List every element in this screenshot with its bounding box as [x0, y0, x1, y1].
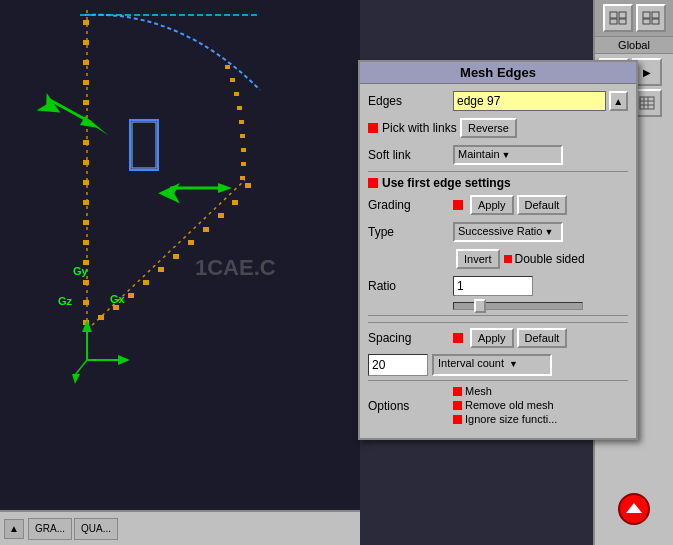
spacing-row: Spacing Apply Default — [368, 327, 628, 349]
svg-rect-16 — [83, 220, 89, 225]
svg-rect-28 — [188, 240, 194, 245]
use-first-edge-header: Use first edge settings — [368, 176, 628, 190]
tab-gra[interactable]: GRA... — [28, 518, 72, 540]
interval-count-dropdown[interactable]: Interval count ▼ — [432, 354, 552, 376]
successive-ratio-dropdown[interactable]: Successive Ratio▼ — [453, 222, 563, 242]
svg-rect-34 — [230, 78, 235, 82]
svg-rect-53 — [610, 12, 617, 18]
svg-rect-25 — [143, 280, 149, 285]
svg-rect-22 — [98, 315, 104, 320]
interval-row: Interval count ▼ — [368, 354, 628, 376]
svg-rect-24 — [128, 293, 134, 298]
svg-rect-9 — [83, 80, 89, 85]
options-section: Options Mesh Remove old mesh Ignore s — [368, 385, 628, 427]
dialog-body: Edges ▲ Pick with links Reverse Soft lin… — [360, 84, 636, 438]
maintain-dropdown[interactable]: Maintain▼ — [453, 145, 563, 165]
ratio-slider-thumb[interactable] — [474, 299, 486, 313]
pick-links-flag — [368, 123, 378, 133]
global-btn-2[interactable] — [636, 4, 666, 32]
divider-3 — [368, 380, 628, 381]
svg-rect-57 — [643, 12, 650, 18]
type-row: Type Successive Ratio▼ — [368, 221, 628, 243]
ratio-label: Ratio — [368, 279, 453, 293]
svg-rect-29 — [203, 227, 209, 232]
red-circle — [618, 493, 650, 525]
spacing-apply-button[interactable]: Apply — [470, 328, 514, 348]
mesh-edges-dialog: Mesh Edges Edges ▲ Pick with links Rever… — [358, 60, 638, 440]
soft-link-row: Soft link Maintain▼ — [368, 144, 628, 166]
svg-rect-7 — [83, 40, 89, 45]
ignore-size-label: Ignore size functi... — [465, 413, 557, 425]
svg-rect-40 — [241, 162, 246, 166]
edges-input[interactable] — [453, 91, 606, 111]
svg-rect-17 — [83, 240, 89, 245]
svg-rect-56 — [619, 19, 626, 24]
svg-rect-8 — [83, 60, 89, 65]
invert-row: Invert Double sided — [368, 248, 628, 270]
pick-links-row: Pick with links Reverse — [368, 117, 628, 139]
mesh-option-label: Mesh — [465, 385, 492, 397]
svg-rect-20 — [83, 300, 89, 305]
mesh-icon-2 — [639, 96, 655, 110]
double-sided-flag — [504, 255, 512, 263]
global-text-label: Global — [595, 37, 673, 54]
coord-z: Gz — [58, 295, 72, 307]
mesh-option-row: Mesh — [453, 385, 557, 397]
grading-default-button[interactable]: Default — [517, 195, 568, 215]
arrow-label: ▶ — [643, 67, 651, 78]
options-label: Options — [368, 399, 453, 413]
interval-input[interactable] — [368, 354, 428, 376]
reverse-button[interactable]: Reverse — [460, 118, 517, 138]
spacing-label: Spacing — [368, 331, 453, 345]
grading-row: Grading Apply Default — [368, 194, 628, 216]
svg-rect-15 — [83, 200, 89, 205]
coord-y: Gy — [73, 265, 88, 277]
ignore-size-row: Ignore size functi... — [453, 413, 557, 425]
svg-rect-54 — [619, 12, 626, 18]
bottom-bar: ▲ GRA... QUA... — [0, 510, 360, 545]
options-checkboxes: Mesh Remove old mesh Ignore size functi.… — [453, 385, 557, 427]
svg-rect-41 — [240, 176, 245, 180]
svg-rect-55 — [610, 19, 617, 24]
green-arrow-2: ➤ — [158, 178, 181, 211]
interval-dropdown-arrow: ▼ — [509, 359, 518, 369]
svg-rect-66 — [640, 97, 654, 109]
grid-icon — [609, 11, 627, 25]
grading-flag — [453, 200, 463, 210]
svg-rect-12 — [83, 140, 89, 145]
remove-mesh-row: Remove old mesh — [453, 399, 557, 411]
tab-qua[interactable]: QUA... — [74, 518, 118, 540]
global-btn-1[interactable] — [603, 4, 633, 32]
svg-rect-60 — [652, 19, 659, 24]
ratio-slider-row — [453, 302, 628, 310]
svg-rect-0 — [0, 0, 360, 510]
scroll-up-button[interactable]: ▲ — [4, 519, 24, 539]
coord-x: Gx — [110, 293, 125, 305]
svg-rect-31 — [232, 200, 238, 205]
svg-rect-59 — [643, 19, 650, 24]
ratio-slider-track[interactable] — [453, 302, 583, 310]
svg-rect-58 — [652, 12, 659, 18]
ratio-input[interactable] — [453, 276, 533, 296]
svg-rect-19 — [83, 280, 89, 285]
cad-viewport: Gy Gz Gx 1CAE.C ➤ ➤ — [0, 0, 360, 510]
grading-label: Grading — [368, 198, 453, 212]
grading-apply-button[interactable]: Apply — [470, 195, 514, 215]
mesh-flag — [453, 387, 462, 396]
spacing-section: Spacing Apply Default Interval count ▼ — [368, 322, 628, 376]
dialog-title: Mesh Edges — [360, 62, 636, 84]
edges-up-arrow[interactable]: ▲ — [609, 91, 628, 111]
svg-rect-35 — [234, 92, 239, 96]
top-icons — [597, 2, 671, 34]
edges-row: Edges ▲ — [368, 90, 628, 112]
svg-rect-13 — [83, 160, 89, 165]
grid-icon-2 — [642, 11, 660, 25]
svg-rect-37 — [239, 120, 244, 124]
spacing-default-button[interactable]: Default — [517, 328, 568, 348]
main-screen: Gy Gz Gx 1CAE.C ➤ ➤ ▲ GRA... QUA... Mesh… — [0, 0, 673, 545]
invert-button[interactable]: Invert — [456, 249, 500, 269]
type-label: Type — [368, 225, 453, 239]
spacing-flag — [453, 333, 463, 343]
svg-rect-14 — [83, 180, 89, 185]
interval-count-label: Interval count — [438, 357, 504, 369]
